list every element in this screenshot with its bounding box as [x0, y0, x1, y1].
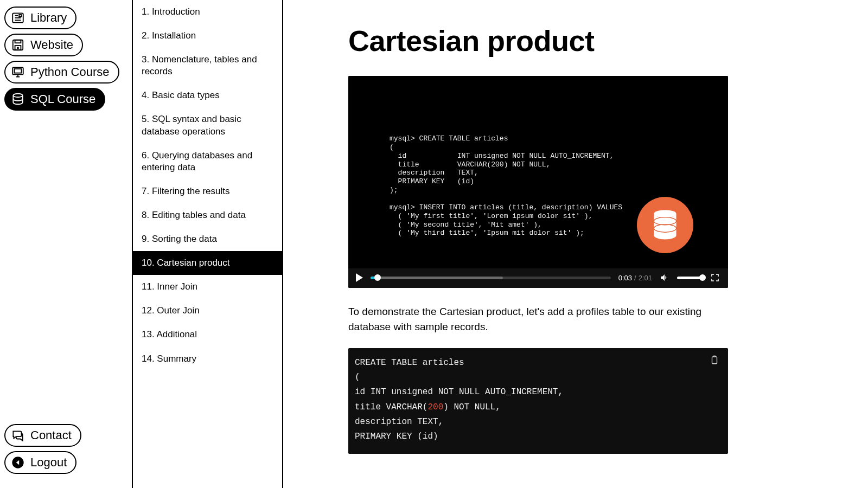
nav-label: Python Course [30, 65, 110, 79]
play-button[interactable] [356, 273, 363, 282]
monitor-icon [11, 65, 25, 79]
nav-label: Library [30, 11, 67, 25]
copy-code-button[interactable] [710, 355, 719, 371]
volume-bar[interactable] [677, 277, 703, 279]
seek-buffer [371, 277, 503, 279]
code-line: CREATE TABLE articles [355, 358, 464, 368]
code-block: CREATE TABLE articles ( id INT unsigned … [348, 348, 728, 454]
video-controls: 0:03 / 2:01 [348, 268, 728, 288]
nav-label: SQL Course [30, 92, 95, 106]
code-line: PRIMARY KEY (id) [355, 432, 438, 441]
save-disk-icon [11, 38, 25, 52]
video-duration: 2:01 [639, 274, 652, 282]
lesson-sidebar: 1. Introduction2. Installation3. Nomencl… [132, 0, 283, 488]
code-line: title VARCHAR( [355, 402, 427, 412]
video-current-time: 0:03 [618, 274, 632, 282]
nav-label: Logout [30, 455, 67, 470]
intro-paragraph: To demonstrate the Cartesian product, le… [348, 304, 728, 334]
seek-thumb[interactable] [374, 274, 381, 281]
code-line: id INT unsigned NOT NULL AUTO_INCREMENT, [355, 387, 563, 397]
lesson-item[interactable]: 9. Sorting the data [133, 227, 282, 251]
seek-bar[interactable] [371, 274, 611, 281]
lesson-item[interactable]: 3. Nomenclature, tables and records [133, 48, 282, 84]
chat-icon [11, 428, 25, 442]
svg-point-13 [13, 94, 22, 98]
video-player: mysql> CREATE TABLE articles ( id INT un… [348, 76, 728, 288]
newspaper-icon [11, 11, 25, 25]
svg-rect-4 [19, 15, 21, 17]
lesson-item[interactable]: 7. Filtering the results [133, 179, 282, 203]
code-number-literal: 200 [427, 402, 443, 412]
svg-rect-18 [712, 357, 717, 364]
svg-rect-10 [15, 69, 22, 73]
lesson-item[interactable]: 14. Summary [133, 347, 282, 371]
lesson-item[interactable]: 11. Inner Join [133, 275, 282, 299]
lesson-item[interactable]: 5. SQL syntax and basic database operati… [133, 107, 282, 143]
volume-thumb[interactable] [699, 274, 706, 281]
page-title: Cartesian product [348, 24, 803, 57]
nav-logout[interactable]: Logout [4, 451, 76, 474]
lesson-item[interactable]: 6. Querying databases and entering data [133, 144, 282, 179]
arrow-circle-icon [11, 455, 25, 470]
nav-label: Website [30, 38, 73, 52]
code-line: description TEXT, [355, 417, 443, 427]
database-icon [11, 92, 25, 106]
lesson-item[interactable]: 8. Editing tables and data [133, 203, 282, 227]
svg-point-8 [17, 47, 18, 48]
mute-button[interactable] [660, 273, 669, 282]
nav-label: Contact [30, 428, 72, 442]
fullscreen-button[interactable] [711, 273, 719, 282]
play-icon [356, 273, 363, 282]
video-time: 0:03 / 2:01 [618, 274, 652, 282]
content: Cartesian product mysql> CREATE TABLE ar… [283, 0, 868, 488]
code-line: ) NOT NULL, [443, 402, 501, 412]
svg-rect-6 [15, 40, 21, 43]
nav-library[interactable]: Library [4, 7, 76, 29]
nav-website[interactable]: Website [4, 34, 83, 56]
database-badge-icon [637, 197, 693, 253]
left-rail-top: LibraryWebsitePython CourseSQL Course [4, 7, 127, 115]
lesson-item[interactable]: 1. Introduction [133, 0, 282, 24]
code-line: ( [355, 373, 360, 382]
left-rail-bottom: ContactLogout [4, 424, 127, 481]
lesson-item[interactable]: 4. Basic data types [133, 84, 282, 107]
video-frame[interactable]: mysql> CREATE TABLE articles ( id INT un… [348, 76, 728, 268]
svg-point-15 [654, 210, 676, 218]
left-rail: LibraryWebsitePython CourseSQL Course Co… [0, 0, 132, 488]
lesson-item[interactable]: 13. Additional [133, 323, 282, 346]
lesson-item[interactable]: 10. Cartesian product [133, 251, 282, 275]
lesson-item[interactable]: 12. Outer Join [133, 299, 282, 323]
lesson-item[interactable]: 2. Installation [133, 24, 282, 48]
nav-python-course[interactable]: Python Course [4, 61, 119, 84]
nav-sql-course[interactable]: SQL Course [4, 88, 105, 111]
nav-contact[interactable]: Contact [4, 424, 81, 447]
